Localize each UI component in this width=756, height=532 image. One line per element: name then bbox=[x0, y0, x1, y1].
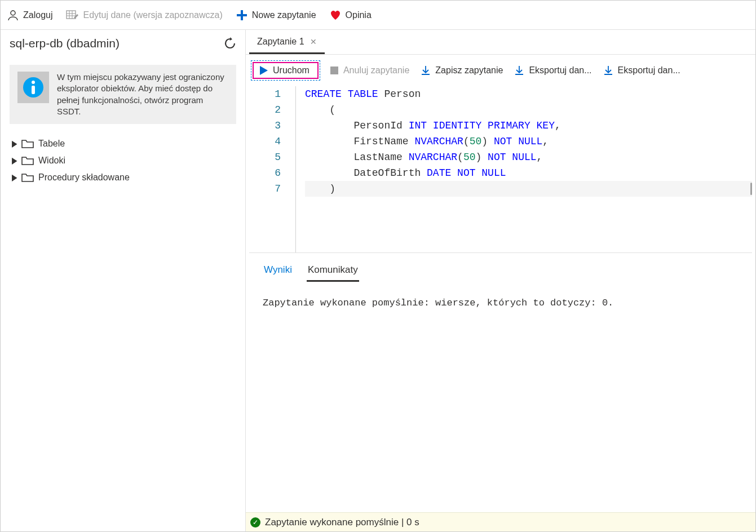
close-icon[interactable]: ✕ bbox=[310, 37, 317, 46]
checkmark-icon: ✓ bbox=[250, 517, 260, 527]
svg-point-9 bbox=[32, 81, 35, 84]
export-data-button-2[interactable]: Eksportuj dan... bbox=[603, 65, 680, 76]
main-area: sql-erp-db (dbadmin) W tym miejscu pokaz… bbox=[1, 30, 755, 531]
code-line[interactable]: CREATE TABLE Person bbox=[305, 86, 752, 102]
tab-label: Zapytanie 1 bbox=[257, 37, 304, 47]
new-query-label: Nowe zapytanie bbox=[252, 10, 316, 20]
status-text: Zapytanie wykonane pomyślnie | 0 s bbox=[265, 517, 419, 528]
export-data-button-1[interactable]: Eksportuj dan... bbox=[514, 65, 591, 76]
svg-rect-12 bbox=[330, 66, 338, 74]
tree-item-sprocs[interactable]: ▶ Procedury składowane bbox=[12, 169, 245, 186]
new-query-button[interactable]: Nowe zapytanie bbox=[236, 10, 316, 21]
line-number: 4 bbox=[249, 134, 281, 149]
caret-icon: ▶ bbox=[12, 139, 17, 149]
tree-item-views[interactable]: ▶ Widoki bbox=[12, 152, 245, 169]
query-actionbar: Uruchom Anuluj zapytanie Zapisz zapytani… bbox=[246, 55, 755, 86]
svg-rect-10 bbox=[32, 86, 35, 94]
line-number-gutter: 1234567 bbox=[249, 86, 294, 252]
tab-results[interactable]: Wyniki bbox=[263, 260, 293, 282]
plus-icon bbox=[236, 10, 247, 21]
caret-icon: ▶ bbox=[12, 172, 17, 183]
run-button[interactable]: Uruchom bbox=[253, 62, 319, 79]
object-explorer: sql-erp-db (dbadmin) W tym miejscu pokaz… bbox=[1, 30, 246, 531]
results-panel: Wyniki Komunikaty Zapytanie wykonane pom… bbox=[246, 253, 755, 512]
sql-editor[interactable]: 1234567 CREATE TABLE Person ( PersonId I… bbox=[249, 86, 752, 253]
line-number: 1 bbox=[249, 86, 281, 102]
object-tree: ▶ Tabele ▶ Widoki ▶ Procedury składowane bbox=[1, 135, 245, 186]
code-line[interactable]: ) bbox=[305, 181, 752, 197]
feedback-button[interactable]: Opinia bbox=[330, 10, 372, 21]
code-area[interactable]: CREATE TABLE Person ( PersonId INT IDENT… bbox=[295, 86, 752, 252]
cancel-label: Anuluj zapytanie bbox=[343, 65, 409, 76]
svg-point-0 bbox=[11, 11, 15, 15]
download-icon bbox=[421, 65, 431, 76]
edit-data-label: Edytuj dane (wersja zapoznawcza) bbox=[83, 10, 222, 20]
info-icon-wrap bbox=[17, 72, 49, 103]
caret-icon: ▶ bbox=[12, 156, 17, 166]
download-icon bbox=[603, 65, 613, 76]
info-box: W tym miejscu pokazywany jest ograniczon… bbox=[10, 65, 236, 124]
folder-icon bbox=[21, 156, 34, 166]
login-label: Zaloguj bbox=[23, 10, 52, 20]
code-line[interactable]: DateOfBirth DATE NOT NULL bbox=[305, 165, 752, 181]
sidebar-header: sql-erp-db (dbadmin) bbox=[1, 34, 245, 56]
query-tabs: Zapytanie 1 ✕ bbox=[246, 30, 755, 55]
save-label: Zapisz zapytanie bbox=[435, 65, 503, 76]
stop-icon bbox=[330, 66, 339, 75]
info-icon bbox=[22, 76, 45, 99]
table-edit-icon bbox=[66, 10, 78, 21]
top-toolbar: Zaloguj Edytuj dane (wersja zapoznawcza)… bbox=[1, 1, 755, 30]
download-icon bbox=[514, 65, 524, 76]
feedback-label: Opinia bbox=[346, 10, 372, 20]
line-number: 2 bbox=[249, 102, 281, 118]
save-query-button[interactable]: Zapisz zapytanie bbox=[421, 65, 503, 76]
code-line[interactable]: FirstName NVARCHAR(50) NOT NULL, bbox=[305, 134, 752, 149]
login-button[interactable]: Zaloguj bbox=[7, 10, 52, 21]
play-icon bbox=[259, 65, 268, 76]
line-number: 5 bbox=[249, 149, 281, 165]
line-number: 7 bbox=[249, 181, 281, 197]
line-number: 6 bbox=[249, 165, 281, 181]
results-tabs: Wyniki Komunikaty bbox=[263, 260, 739, 282]
status-bar: ✓ Zapytanie wykonane pomyślnie | 0 s bbox=[246, 512, 755, 531]
cancel-query-button[interactable]: Anuluj zapytanie bbox=[330, 65, 409, 76]
tab-query-1[interactable]: Zapytanie 1 ✕ bbox=[249, 31, 325, 54]
code-line[interactable]: LastName NVARCHAR(50) NOT NULL, bbox=[305, 149, 752, 165]
svg-marker-11 bbox=[260, 66, 268, 75]
tree-item-tables[interactable]: ▶ Tabele bbox=[12, 135, 245, 152]
refresh-icon[interactable] bbox=[224, 37, 236, 50]
run-label: Uruchom bbox=[273, 65, 310, 76]
person-icon bbox=[7, 10, 19, 21]
export2-label: Eksportuj dan... bbox=[618, 65, 680, 76]
app-window: Zaloguj Edytuj dane (wersja zapoznawcza)… bbox=[0, 0, 756, 532]
tree-label: Widoki bbox=[38, 156, 65, 166]
export1-label: Eksportuj dan... bbox=[529, 65, 591, 76]
result-message: Zapytanie wykonane pomyślnie: wiersze, k… bbox=[263, 282, 739, 512]
tree-label: Tabele bbox=[38, 139, 65, 149]
folder-icon bbox=[21, 172, 34, 183]
folder-icon bbox=[21, 139, 34, 149]
svg-rect-7 bbox=[237, 14, 247, 16]
code-line[interactable]: ( bbox=[305, 102, 752, 118]
edit-data-button[interactable]: Edytuj dane (wersja zapoznawcza) bbox=[66, 10, 222, 21]
code-line[interactable]: PersonId INT IDENTITY PRIMARY KEY, bbox=[305, 118, 752, 134]
tab-messages[interactable]: Komunikaty bbox=[307, 260, 359, 282]
db-title: sql-erp-db (dbadmin) bbox=[10, 37, 120, 50]
line-number: 3 bbox=[249, 118, 281, 134]
content-area: Zapytanie 1 ✕ Uruchom Anuluj zapytanie Z… bbox=[246, 30, 755, 531]
heart-icon bbox=[330, 10, 341, 21]
info-text: W tym miejscu pokazywany jest ograniczon… bbox=[57, 72, 228, 117]
tree-label: Procedury składowane bbox=[38, 172, 130, 183]
